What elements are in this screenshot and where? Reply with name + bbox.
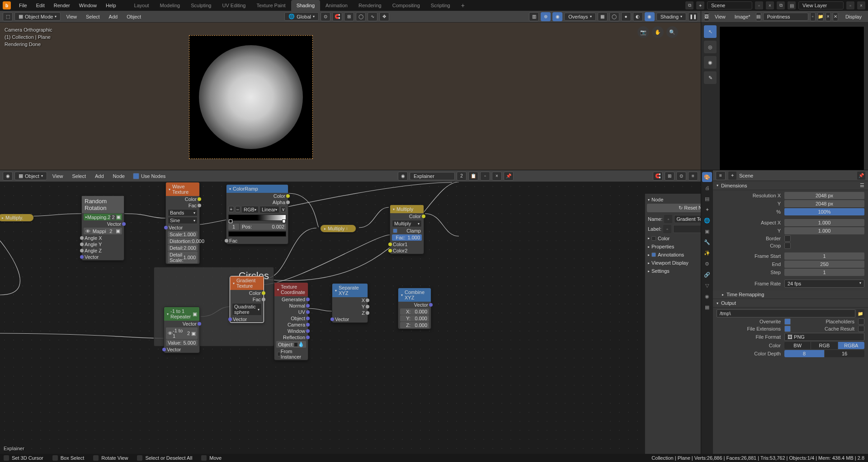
sidebar-section-annotations[interactable]: ▸Annotations — [647, 251, 701, 259]
wave-distortion[interactable]: Distortion:0.000 — [168, 238, 198, 244]
prop-tab-physics[interactable]: ⚙ — [702, 259, 712, 269]
wave-type-select[interactable]: Bands▾ — [168, 209, 198, 216]
file-extensions-checkbox[interactable] — [784, 326, 791, 332]
aspect-y[interactable]: 1.000 — [784, 227, 864, 234]
group-icon[interactable]: ▣ — [116, 228, 120, 234]
new-material-icon[interactable]: 📋 — [468, 172, 478, 181]
tab-add-workspace[interactable]: + — [456, 0, 470, 11]
texcoord-object[interactable]: Object:💧 — [276, 341, 306, 348]
node-name-input[interactable] — [674, 215, 701, 223]
wave-scale[interactable]: Scale:1.000 — [168, 231, 198, 238]
vp-menu-object[interactable]: Object — [123, 13, 145, 20]
sidebar-section-viewport-display[interactable]: ▸Viewport Display — [647, 259, 701, 267]
crop-checkbox[interactable] — [784, 243, 791, 249]
group-icon[interactable]: ▣ — [191, 331, 196, 336]
combine-x[interactable]: X:0.000 — [400, 308, 429, 315]
node-header[interactable]: ▾-1 to 1 Repeater▣ — [164, 307, 199, 321]
preset-icon[interactable]: ☰ — [860, 182, 864, 188]
node-texture-coordinate[interactable]: ▾Texture Coordinate Generated Normal UV … — [274, 282, 308, 360]
viewlayer-name-field[interactable]: View Layer — [798, 1, 844, 9]
group-icon[interactable]: ▣ — [116, 214, 121, 220]
sidebar-section-settings[interactable]: ▸Settings — [647, 267, 701, 275]
sidebar-section-properties[interactable]: ▸Properties — [647, 243, 701, 251]
slot-unlink-icon[interactable]: × — [826, 12, 831, 21]
prop-tab-modifiers[interactable]: 🔧 — [702, 237, 712, 247]
menu-edit[interactable]: Edit — [32, 0, 49, 11]
node-header[interactable]: ▾ColorRamp — [226, 185, 288, 193]
file-format-select[interactable]: 🖼 PNG — [784, 333, 864, 341]
tab-compositing[interactable]: Compositing — [387, 0, 425, 11]
tab-uv-editing[interactable]: UV Editing — [217, 0, 251, 11]
ramp-flip-icon[interactable]: ∨ — [280, 206, 286, 212]
snap-toggle-node[interactable]: 🧲 — [653, 172, 663, 181]
tab-modeling[interactable]: Modeling — [155, 0, 186, 11]
subsection-time-remapping[interactable]: ▸Time Remapping — [713, 290, 868, 299]
editor-type-icon[interactable]: ⬚ — [3, 12, 13, 21]
pin-material-icon[interactable]: 📌 — [504, 172, 514, 181]
tab-shading[interactable]: Shading — [291, 0, 320, 11]
node-graph-canvas[interactable]: ▸Multiply. Random Rotation ▸Mapping.22▣ … — [0, 182, 701, 454]
annotate-pencil-icon[interactable]: ✎ — [704, 71, 717, 84]
blend-mode-select[interactable]: Multiply▾ — [392, 220, 422, 227]
reset-node-button[interactable]: ↻ Reset Node — [647, 204, 701, 212]
node-header[interactable]: ▾Gradient Texture — [230, 276, 264, 290]
vp-menu-view[interactable]: View — [62, 13, 80, 20]
ne-menu-view[interactable]: View — [49, 173, 67, 180]
overlays-toggle[interactable]: ◉ — [552, 12, 562, 21]
tab-animation[interactable]: Animation — [320, 0, 353, 11]
node-label-input[interactable] — [673, 225, 701, 233]
material-browse-icon[interactable]: ◉ — [398, 172, 408, 181]
ramp-interp-select[interactable]: Linear▾ — [259, 206, 280, 213]
tab-scripting[interactable]: Scripting — [425, 0, 456, 11]
context-menu-icon[interactable]: ≡ — [688, 172, 698, 181]
annotate-tool-icon-2[interactable]: ◉ — [704, 56, 717, 69]
ramp-stop-1[interactable] — [282, 219, 286, 223]
mode-select[interactable]: ▦Object Mode▾ — [14, 12, 61, 21]
wave-detail-scale[interactable]: Detail Scale:1.000 — [168, 252, 198, 263]
tab-sculpting[interactable]: Sculpting — [185, 0, 217, 11]
vp-menu-select[interactable]: Select — [82, 13, 104, 20]
ne-menu-add[interactable]: Add — [91, 173, 108, 180]
menu-file[interactable]: File — [14, 0, 32, 11]
prop-tab-particles[interactable]: ✨ — [702, 248, 712, 258]
pause-render-icon[interactable]: ❚❚ — [688, 12, 698, 21]
section-dimensions[interactable]: ▾Dimensions☰ — [713, 181, 868, 190]
scene-name-field[interactable]: Scene — [707, 1, 752, 9]
ie-menu-image[interactable]: Image* — [731, 13, 754, 20]
mix-fac[interactable]: Fac:1.000 — [392, 234, 422, 241]
show-gizmo-icon[interactable]: ⊕ — [541, 12, 551, 21]
vp-menu-add[interactable]: Add — [105, 13, 122, 20]
placeholders-checkbox[interactable] — [858, 318, 864, 325]
slot-remove-icon[interactable]: ✕ — [833, 12, 838, 21]
combine-y[interactable]: Y:0.000 — [400, 315, 429, 322]
new-scene-icon[interactable]: ▫ — [755, 1, 763, 9]
prop-tab-object[interactable]: ▣ — [702, 226, 712, 236]
color-mode-rgba[interactable]: RGBA — [838, 342, 864, 349]
prop-tab-data[interactable]: ▽ — [702, 280, 712, 290]
color-depth-8[interactable]: 8 — [784, 350, 825, 357]
node-multiply-collapsed-center[interactable]: ▸Multiply⁞ — [320, 224, 356, 233]
tab-texture-paint[interactable]: Texture Paint — [251, 0, 291, 11]
annotate-scope-icon[interactable]: ◎ — [704, 41, 717, 53]
from-instancer-checkbox[interactable] — [277, 352, 281, 356]
node-header[interactable]: ▾Combine XYZ — [398, 288, 431, 302]
copy-material-icon[interactable]: ▫ — [480, 172, 490, 181]
prop-tab-material[interactable]: ◉ — [702, 291, 712, 301]
tab-rendering[interactable]: Rendering — [353, 0, 387, 11]
scene-browse-icon[interactable]: ⧉ — [685, 1, 693, 9]
output-path[interactable]: /tmp\ — [717, 309, 855, 317]
prop-tab-texture[interactable]: ▦ — [702, 302, 712, 312]
prop-tab-scene[interactable]: ✦ — [702, 205, 712, 215]
ie-display-menu[interactable]: Display — [842, 13, 865, 20]
eye-icon[interactable]: 👁 — [85, 229, 90, 234]
editor-type-icon[interactable]: ≡ — [716, 171, 726, 180]
node-random-rotation[interactable]: Random Rotation ▸Mapping.22▣ Vector 👁Map… — [81, 196, 124, 261]
prop-tab-constraints[interactable]: 🔗 — [702, 270, 712, 280]
material-users[interactable]: 2 — [457, 172, 467, 181]
node-mix-multiply[interactable]: ▾Multiply Color Multiply▾ Clamp Fac:1.00… — [390, 205, 424, 254]
pin-icon[interactable]: 📌 — [857, 172, 865, 180]
snap-type-node[interactable]: ⊞ — [665, 172, 675, 181]
shading-wireframe-icon[interactable]: ◯ — [609, 12, 619, 21]
folder-browse-icon[interactable]: 📁 — [856, 309, 864, 317]
ne-menu-node[interactable]: Node — [109, 173, 128, 180]
